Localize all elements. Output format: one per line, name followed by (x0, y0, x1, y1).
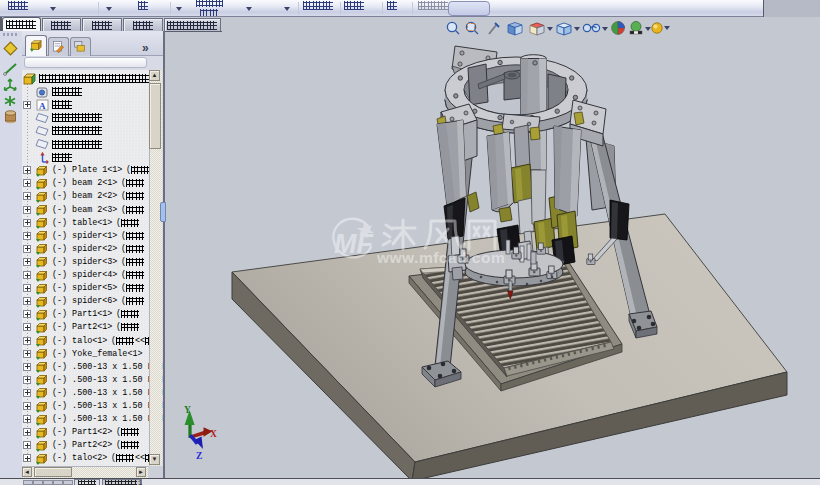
svg-text:MF: MF (334, 229, 374, 259)
svg-text:Y: Y (184, 405, 191, 415)
svg-text:A: A (39, 101, 46, 111)
svg-text:www.mfcad.com: www.mfcad.com (376, 249, 505, 266)
svg-text:X: X (210, 429, 217, 439)
svg-text:Z: Z (196, 451, 202, 461)
